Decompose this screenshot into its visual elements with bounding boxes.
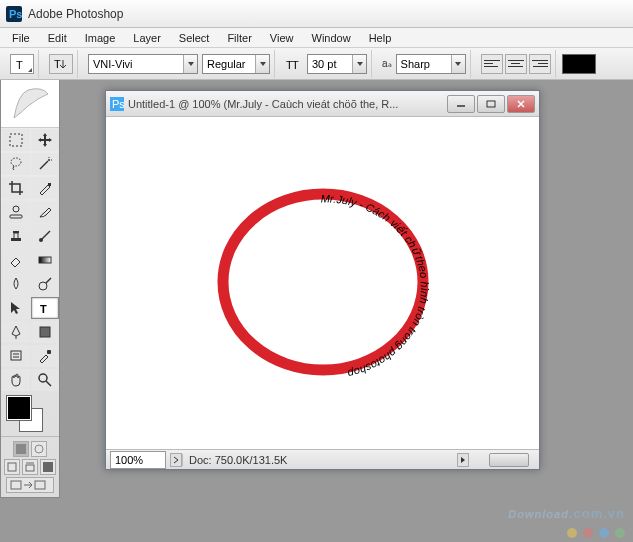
hand-tool[interactable] (2, 369, 30, 391)
dropdown-arrow-icon (451, 55, 465, 73)
svg-rect-41 (487, 101, 495, 107)
menu-image[interactable]: Image (77, 30, 124, 46)
screen-mode-full[interactable] (40, 459, 56, 475)
dropdown-arrow-icon (352, 55, 366, 73)
svg-point-7 (11, 158, 21, 166)
notes-tool[interactable] (2, 345, 30, 367)
path-selection-tool[interactable] (2, 297, 30, 319)
align-left-button[interactable] (481, 54, 503, 74)
menu-filter[interactable]: Filter (219, 30, 259, 46)
zoom-tool[interactable] (31, 369, 59, 391)
svg-rect-13 (10, 215, 22, 218)
scroll-thumb[interactable] (489, 453, 529, 467)
dot-icon (583, 528, 593, 538)
menu-help[interactable]: Help (361, 30, 400, 46)
foreground-color[interactable] (7, 396, 31, 420)
zoom-field[interactable]: 100% (110, 451, 166, 469)
watermark-dots (567, 528, 625, 538)
app-icon: Ps (6, 6, 22, 22)
text-align-group (477, 50, 556, 78)
watermark-suffix: .com.vn (569, 506, 625, 521)
screen-mode-standard[interactable] (4, 459, 20, 475)
lasso-tool[interactable] (2, 153, 30, 175)
screen-mode-full-menu[interactable] (22, 459, 38, 475)
svg-line-8 (40, 161, 48, 169)
svg-rect-30 (16, 444, 26, 454)
menu-window[interactable]: Window (304, 30, 359, 46)
jump-to-imageready-button[interactable] (6, 477, 54, 493)
pen-tool[interactable] (2, 321, 30, 343)
antialias-value: Sharp (401, 58, 430, 70)
document-title-bar[interactable]: Ps Untitled-1 @ 100% (Mr.July - Caùch vi… (106, 91, 539, 117)
svg-rect-36 (11, 481, 21, 489)
svg-rect-23 (40, 327, 50, 337)
font-style-select[interactable]: Regular (202, 54, 270, 74)
font-family-value: VNI-Vivi (93, 58, 133, 70)
crop-tool[interactable] (2, 177, 30, 199)
marquee-tool[interactable] (2, 129, 30, 151)
standard-mode-button[interactable] (13, 441, 29, 457)
svg-rect-18 (39, 257, 51, 263)
dropdown-arrow-icon (183, 55, 197, 73)
clone-stamp-tool[interactable] (2, 225, 30, 247)
document-info: Doc: 750.0K/131.5K (182, 454, 293, 466)
app-title-bar: Ps Adobe Photoshop (0, 0, 633, 28)
menu-view[interactable]: View (262, 30, 302, 46)
minimize-button[interactable] (447, 95, 475, 113)
app-title: Adobe Photoshop (28, 7, 123, 21)
quick-mask-button[interactable] (31, 441, 47, 457)
text-color-swatch[interactable] (562, 54, 596, 74)
svg-line-20 (46, 278, 51, 283)
svg-rect-33 (26, 465, 34, 471)
font-size-icon: TT (285, 55, 303, 73)
svg-rect-24 (11, 351, 21, 360)
brush-tool[interactable] (31, 201, 59, 223)
document-canvas[interactable]: Mr.July - Cách viết chữ theo hình tròn t… (106, 117, 539, 449)
font-style-value: Regular (207, 58, 246, 70)
svg-text:T: T (54, 58, 61, 70)
menu-bar: File Edit Image Layer Select Filter View… (0, 28, 633, 48)
canvas-artwork: Mr.July - Cách viết chữ theo hình tròn t… (193, 167, 453, 399)
svg-point-17 (39, 238, 43, 242)
type-tool[interactable]: T (31, 297, 59, 319)
svg-point-31 (35, 445, 43, 453)
svg-text:Ps: Ps (112, 98, 124, 110)
menu-file[interactable]: File (4, 30, 38, 46)
svg-rect-32 (8, 463, 16, 471)
status-menu-arrow[interactable] (170, 453, 182, 467)
svg-text:T: T (16, 59, 23, 71)
blur-tool[interactable] (2, 273, 30, 295)
menu-select[interactable]: Select (171, 30, 218, 46)
font-family-select[interactable]: VNI-Vivi (88, 54, 198, 74)
eraser-tool[interactable] (2, 249, 30, 271)
scroll-right-arrow[interactable] (457, 453, 469, 467)
healing-brush-tool[interactable] (2, 201, 30, 223)
slice-tool[interactable] (31, 177, 59, 199)
tool-preset-picker[interactable]: T (10, 54, 34, 74)
antialias-select[interactable]: Sharp (396, 54, 466, 74)
antialias-icon: aₐ (382, 58, 392, 69)
text-orientation-button[interactable]: T (49, 54, 73, 74)
align-right-button[interactable] (529, 54, 551, 74)
font-size-select[interactable]: 30 pt (307, 54, 367, 74)
watermark-main: Download (508, 508, 569, 520)
move-tool[interactable] (31, 129, 59, 151)
gradient-tool[interactable] (31, 249, 59, 271)
dot-icon (599, 528, 609, 538)
shape-tool[interactable] (31, 321, 59, 343)
close-button[interactable] (507, 95, 535, 113)
menu-edit[interactable]: Edit (40, 30, 75, 46)
svg-rect-15 (11, 238, 21, 241)
dodge-tool[interactable] (31, 273, 59, 295)
svg-point-28 (39, 374, 47, 382)
maximize-button[interactable] (477, 95, 505, 113)
dot-icon (567, 528, 577, 538)
eyedropper-tool[interactable] (31, 345, 59, 367)
magic-wand-tool[interactable] (31, 153, 59, 175)
svg-text:Ps: Ps (9, 8, 22, 20)
menu-layer[interactable]: Layer (125, 30, 169, 46)
history-brush-tool[interactable] (31, 225, 59, 247)
watermark: Download.com.vn (508, 498, 625, 538)
align-center-button[interactable] (505, 54, 527, 74)
tools-header (1, 80, 59, 128)
